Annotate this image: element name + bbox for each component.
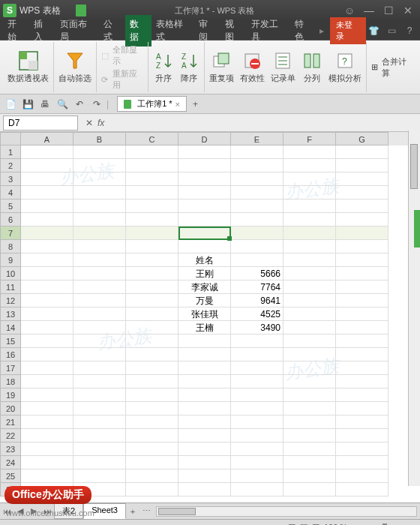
scroll-thumb-h[interactable] bbox=[158, 508, 196, 515]
cell[interactable] bbox=[74, 200, 126, 213]
cell[interactable] bbox=[336, 442, 388, 456]
text-to-columns-button[interactable]: 分列 bbox=[302, 50, 322, 84]
tab-close-icon[interactable]: × bbox=[176, 100, 180, 109]
cell[interactable] bbox=[284, 294, 336, 308]
cell[interactable] bbox=[178, 240, 231, 254]
row-header[interactable]: 12 bbox=[0, 294, 21, 308]
cell[interactable] bbox=[178, 456, 231, 470]
row-header[interactable]: 1 bbox=[0, 146, 21, 159]
cell[interactable] bbox=[284, 200, 336, 213]
row-header[interactable]: 5 bbox=[0, 200, 21, 213]
cell[interactable] bbox=[126, 362, 178, 375]
workbook-tab[interactable]: 工作簿1 * × bbox=[117, 96, 187, 112]
horizontal-scrollbar[interactable] bbox=[156, 506, 417, 517]
cell[interactable] bbox=[178, 200, 231, 213]
cell[interactable]: 李家诚 bbox=[178, 280, 231, 294]
cell[interactable] bbox=[284, 375, 336, 388]
scroll-thumb[interactable] bbox=[410, 144, 418, 189]
cell[interactable] bbox=[74, 213, 126, 226]
maximize-button[interactable]: ☐ bbox=[380, 4, 398, 17]
new-tab-button[interactable]: + bbox=[187, 98, 204, 111]
zoom-out-button[interactable]: − bbox=[352, 523, 356, 526]
cell[interactable] bbox=[284, 388, 336, 402]
cell[interactable] bbox=[336, 375, 388, 388]
row-header[interactable]: 11 bbox=[0, 280, 21, 294]
cell[interactable] bbox=[21, 213, 74, 226]
col-header-G[interactable]: G bbox=[336, 132, 388, 146]
cells-area[interactable]: 姓名王刚5666李家诚7764万曼9641张佳琪4525王楠3490 bbox=[21, 146, 388, 496]
cell[interactable] bbox=[74, 402, 126, 416]
row-header[interactable]: 10 bbox=[0, 267, 21, 280]
cell[interactable] bbox=[178, 226, 231, 240]
col-header-F[interactable]: F bbox=[284, 132, 336, 146]
form-button[interactable]: 记录单 bbox=[271, 50, 296, 84]
row-header[interactable]: 19 bbox=[0, 388, 21, 402]
col-header-D[interactable]: D bbox=[178, 132, 231, 146]
col-header-C[interactable]: C bbox=[126, 132, 178, 146]
cell[interactable] bbox=[284, 254, 336, 267]
cell[interactable] bbox=[21, 456, 74, 470]
cell[interactable] bbox=[231, 402, 284, 416]
cell[interactable] bbox=[336, 254, 388, 267]
cell[interactable]: 王刚 bbox=[178, 267, 231, 280]
cell[interactable] bbox=[336, 402, 388, 416]
consolidate-button[interactable]: ⊞合并计算 bbox=[370, 56, 415, 80]
sort-desc-button[interactable]: ZA 降序 bbox=[178, 50, 200, 84]
cell[interactable] bbox=[74, 321, 126, 334]
cell[interactable] bbox=[74, 226, 126, 240]
cell[interactable]: 5666 bbox=[231, 267, 284, 280]
row-header[interactable]: 25 bbox=[0, 470, 21, 483]
cell[interactable] bbox=[231, 200, 284, 213]
row-header[interactable]: 13 bbox=[0, 308, 21, 321]
row-header[interactable]: 3 bbox=[0, 172, 21, 186]
cell[interactable] bbox=[336, 334, 388, 348]
cell[interactable] bbox=[74, 362, 126, 375]
cell[interactable] bbox=[231, 334, 284, 348]
cell[interactable] bbox=[74, 280, 126, 294]
cell[interactable] bbox=[336, 483, 388, 496]
cell[interactable] bbox=[284, 334, 336, 348]
side-panel-tab[interactable] bbox=[414, 210, 420, 248]
cell[interactable] bbox=[126, 308, 178, 321]
view-normal-icon[interactable]: ▦ bbox=[288, 522, 296, 525]
cell[interactable] bbox=[126, 294, 178, 308]
col-header-B[interactable]: B bbox=[74, 132, 126, 146]
pivot-table-button[interactable]: 数据透视表 bbox=[8, 50, 49, 84]
undo-icon[interactable]: ↶ bbox=[72, 97, 87, 112]
cell[interactable] bbox=[126, 226, 178, 240]
cell[interactable] bbox=[126, 321, 178, 334]
cell[interactable] bbox=[178, 186, 231, 200]
cell[interactable] bbox=[284, 308, 336, 321]
cell[interactable] bbox=[21, 429, 74, 442]
sheet-list-button[interactable]: ⋯ bbox=[140, 506, 153, 516]
zoom-in-button[interactable]: + bbox=[411, 523, 416, 526]
cancel-icon[interactable]: ✕ bbox=[86, 118, 93, 128]
cell[interactable] bbox=[178, 348, 231, 362]
cell[interactable] bbox=[126, 146, 178, 159]
cell[interactable] bbox=[126, 159, 178, 172]
cell[interactable]: 万曼 bbox=[178, 294, 231, 308]
help-icon[interactable]: ? bbox=[402, 23, 417, 38]
cell[interactable] bbox=[126, 402, 178, 416]
cell[interactable] bbox=[74, 416, 126, 429]
new-sheet-button[interactable]: + bbox=[126, 507, 140, 516]
cell[interactable] bbox=[74, 308, 126, 321]
cell[interactable] bbox=[21, 388, 74, 402]
print-icon[interactable]: 🖶 bbox=[38, 97, 52, 112]
cell[interactable] bbox=[284, 186, 336, 200]
cell[interactable] bbox=[21, 362, 74, 375]
cell[interactable] bbox=[231, 388, 284, 402]
cell[interactable] bbox=[231, 429, 284, 442]
cell[interactable] bbox=[284, 402, 336, 416]
cell[interactable] bbox=[74, 172, 126, 186]
cell[interactable] bbox=[74, 294, 126, 308]
whatif-button[interactable]: ?模拟分析 bbox=[328, 50, 362, 84]
cell[interactable] bbox=[284, 159, 336, 172]
cell[interactable] bbox=[336, 159, 388, 172]
cell[interactable] bbox=[231, 213, 284, 226]
cell[interactable] bbox=[126, 267, 178, 280]
print-preview-icon[interactable]: 🔍 bbox=[55, 97, 70, 112]
row-header[interactable]: 23 bbox=[0, 442, 21, 456]
cell[interactable] bbox=[231, 254, 284, 267]
cell[interactable] bbox=[336, 388, 388, 402]
